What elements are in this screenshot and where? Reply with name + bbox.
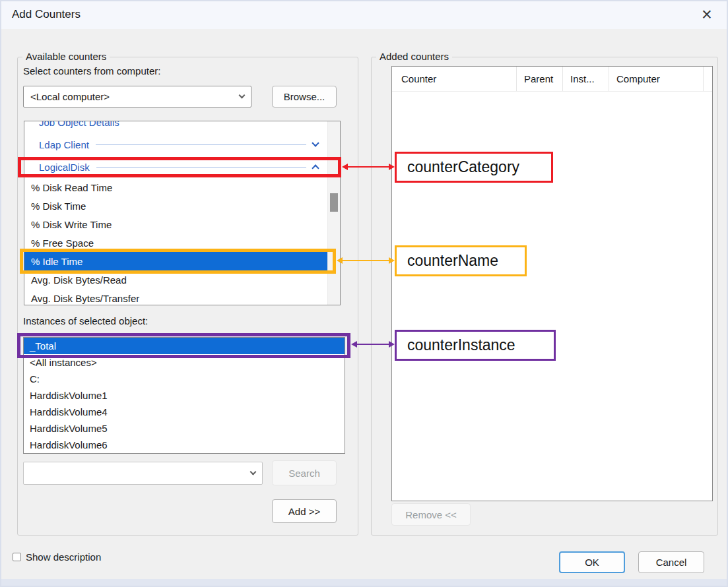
window-title: Add Counters bbox=[12, 0, 81, 29]
instance-label: C: bbox=[30, 373, 40, 385]
instance-label: HarddiskVolume5 bbox=[30, 423, 108, 434]
remove-button-label: Remove << bbox=[405, 509, 457, 520]
instance-label: HarddiskVolume1 bbox=[30, 390, 108, 401]
annotation-label-counter-category: counterCategory bbox=[395, 152, 553, 183]
added-counters-table: Counter Parent Inst... Computer bbox=[391, 66, 713, 501]
category-rule bbox=[96, 144, 306, 145]
search-input[interactable] bbox=[23, 462, 263, 485]
window-bottom-edge bbox=[0, 579, 728, 587]
computer-select[interactable]: <Local computer> bbox=[23, 86, 251, 108]
category-label: Job Object Details bbox=[39, 121, 119, 128]
instance-item-all-instances[interactable]: <All instances> bbox=[24, 354, 345, 371]
annotation-text: counterName bbox=[407, 252, 498, 270]
counter-label: Avg. Disk Bytes/Transfer bbox=[31, 293, 139, 304]
instance-label: _Total bbox=[30, 340, 56, 352]
added-counters-group-label: Added counters bbox=[376, 51, 452, 62]
counter-item-avg-disk-bytes-read[interactable]: Avg. Disk Bytes/Read bbox=[24, 270, 327, 289]
add-button[interactable]: Add >> bbox=[272, 499, 337, 523]
instance-item-harddiskvolume6[interactable]: HarddiskVolume6 bbox=[24, 437, 345, 453]
instance-item-harddiskvolume4[interactable]: HarddiskVolume4 bbox=[24, 404, 345, 420]
counter-item-free-space[interactable]: % Free Space bbox=[24, 233, 327, 252]
instance-item-harddiskvolume5[interactable]: HarddiskVolume5 bbox=[24, 420, 345, 437]
counter-label: % Free Space bbox=[31, 237, 94, 249]
counter-label: % Idle Time bbox=[31, 256, 83, 267]
counter-label: % Disk Write Time bbox=[31, 219, 112, 230]
counter-category-job-object-details[interactable]: Job Object Details bbox=[24, 121, 327, 133]
instance-label: HarddiskVolume4 bbox=[30, 406, 108, 417]
search-button[interactable]: Search bbox=[272, 460, 337, 485]
chevron-down-icon bbox=[250, 469, 257, 476]
show-description-checkbox[interactable]: Show description bbox=[13, 551, 101, 563]
available-counters-group-label: Available counters bbox=[22, 51, 110, 62]
browse-button[interactable]: Browse... bbox=[272, 86, 337, 108]
ok-button[interactable]: OK bbox=[559, 551, 625, 573]
checkbox-icon bbox=[13, 553, 21, 561]
close-icon: × bbox=[702, 6, 712, 24]
column-header-instance[interactable]: Inst... bbox=[563, 67, 609, 91]
category-label: LogicalDisk bbox=[39, 162, 90, 173]
chevron-down-icon bbox=[312, 139, 319, 146]
annotation-text: counterCategory bbox=[407, 158, 519, 176]
counter-item-idle-time[interactable]: % Idle Time bbox=[24, 252, 327, 270]
instance-label: <All instances> bbox=[30, 357, 97, 368]
chevron-down-icon bbox=[239, 92, 246, 99]
chevron-up-icon bbox=[312, 164, 319, 171]
counter-item-avg-disk-bytes-transfer[interactable]: Avg. Disk Bytes/Transfer bbox=[24, 289, 327, 305]
counter-category-ldap-client[interactable]: Ldap Client bbox=[24, 133, 327, 156]
category-rule bbox=[96, 167, 306, 168]
column-header-computer[interactable]: Computer bbox=[609, 67, 704, 91]
browse-button-label: Browse... bbox=[284, 91, 325, 102]
counter-item-disk-time[interactable]: % Disk Time bbox=[24, 197, 327, 215]
counter-label: % Disk Read Time bbox=[31, 182, 112, 193]
instances-list[interactable]: _Total <All instances> C: HarddiskVolume… bbox=[23, 337, 345, 454]
search-button-label: Search bbox=[288, 468, 320, 479]
annotation-arrow-counter-instance bbox=[351, 341, 395, 348]
instance-item-harddiskvolume1[interactable]: HarddiskVolume1 bbox=[24, 387, 345, 404]
added-counters-table-header: Counter Parent Inst... Computer bbox=[392, 67, 712, 92]
counters-list-inner: Job Object Details Ldap Client LogicalDi… bbox=[24, 121, 327, 305]
show-description-label: Show description bbox=[26, 551, 101, 563]
counter-item-disk-read-time[interactable]: % Disk Read Time bbox=[24, 178, 327, 197]
instance-label: HarddiskVolume6 bbox=[30, 439, 108, 450]
computer-select-value: <Local computer> bbox=[30, 91, 240, 102]
column-header-parent[interactable]: Parent bbox=[517, 67, 563, 91]
counter-label: Avg. Disk Bytes/Read bbox=[31, 274, 127, 286]
title-bar: Add Counters × bbox=[0, 0, 728, 29]
instance-item-c[interactable]: C: bbox=[24, 371, 345, 387]
annotation-text: counterInstance bbox=[407, 336, 515, 354]
instance-item-total[interactable]: _Total bbox=[24, 338, 345, 354]
cancel-button-label: Cancel bbox=[656, 557, 687, 568]
counters-list[interactable]: Job Object Details Ldap Client LogicalDi… bbox=[24, 121, 341, 305]
add-counters-dialog: Add Counters × Available counters Select… bbox=[0, 0, 728, 587]
counter-category-logicaldisk[interactable]: LogicalDisk bbox=[24, 156, 327, 178]
ok-button-label: OK bbox=[585, 557, 599, 568]
category-label: Ldap Client bbox=[39, 139, 89, 150]
counter-item-disk-write-time[interactable]: % Disk Write Time bbox=[24, 215, 327, 233]
remove-button[interactable]: Remove << bbox=[391, 503, 471, 526]
column-header-counter[interactable]: Counter bbox=[392, 67, 517, 91]
scrollbar[interactable] bbox=[327, 121, 340, 305]
counter-label: % Disk Time bbox=[31, 201, 86, 212]
annotation-label-counter-instance: counterInstance bbox=[395, 330, 556, 361]
close-button[interactable]: × bbox=[692, 0, 721, 29]
add-button-label: Add >> bbox=[288, 506, 320, 517]
instances-label: Instances of selected object: bbox=[23, 315, 148, 326]
annotation-arrow-counter-category bbox=[342, 164, 395, 170]
annotation-label-counter-name: counterName bbox=[395, 245, 527, 276]
annotation-arrow-counter-name bbox=[337, 257, 395, 264]
scrollbar-thumb[interactable] bbox=[330, 193, 338, 212]
cancel-button[interactable]: Cancel bbox=[638, 551, 704, 573]
select-computer-label: Select counters from computer: bbox=[23, 65, 160, 77]
